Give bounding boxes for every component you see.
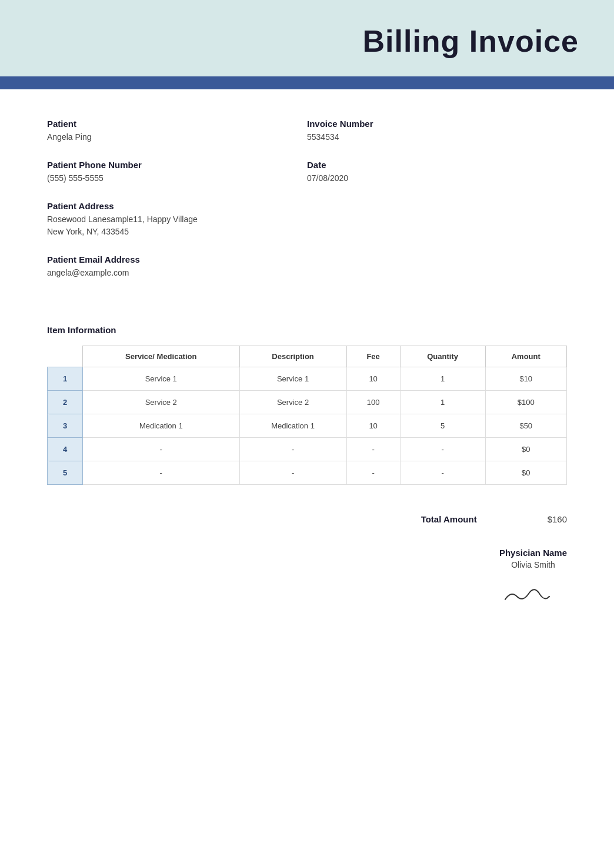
row-amount: $10 bbox=[485, 367, 566, 391]
row-service: Medication 1 bbox=[83, 414, 240, 438]
row-description: Service 2 bbox=[239, 391, 346, 414]
patient-address-line2: New York, NY, 433545 bbox=[47, 226, 307, 238]
col-num bbox=[48, 346, 83, 367]
row-service: Service 1 bbox=[83, 367, 240, 391]
total-label: Total Amount bbox=[421, 514, 477, 524]
patient-label: Patient bbox=[47, 119, 307, 129]
items-table: Service/ Medication Description Fee Quan… bbox=[47, 346, 567, 485]
table-header-row: Service/ Medication Description Fee Quan… bbox=[48, 346, 567, 367]
info-section: Patient Angela Ping Patient Phone Number… bbox=[0, 89, 614, 313]
row-description: - bbox=[239, 461, 346, 485]
table-row: 3 Medication 1 Medication 1 10 5 $50 bbox=[48, 414, 567, 438]
table-row: 1 Service 1 Service 1 10 1 $10 bbox=[48, 367, 567, 391]
row-fee: - bbox=[346, 461, 400, 485]
patient-address-block: Patient Address Rosewood Lanesample11, H… bbox=[47, 201, 307, 238]
invoice-number: 5534534 bbox=[307, 131, 567, 143]
col-fee: Fee bbox=[346, 346, 400, 367]
row-service: - bbox=[83, 461, 240, 485]
patient-block: Patient Angela Ping bbox=[47, 119, 307, 143]
row-num: 2 bbox=[48, 391, 83, 414]
info-right: Invoice Number 5534534 Date 07/08/2020 bbox=[307, 119, 567, 296]
page-title: Billing Invoice bbox=[35, 24, 579, 59]
row-service: - bbox=[83, 438, 240, 461]
invoice-date: 07/08/2020 bbox=[307, 172, 567, 185]
row-service: Service 2 bbox=[83, 391, 240, 414]
table-row: 5 - - - - $0 bbox=[48, 461, 567, 485]
invoice-date-label: Date bbox=[307, 160, 567, 170]
invoice-number-label: Invoice Number bbox=[307, 119, 567, 129]
signature-icon bbox=[499, 579, 558, 608]
physician-block: Physician Name Olivia Smith bbox=[499, 548, 567, 608]
table-row: 4 - - - - $0 bbox=[48, 438, 567, 461]
col-quantity: Quantity bbox=[400, 346, 485, 367]
patient-phone-label: Patient Phone Number bbox=[47, 160, 307, 170]
total-value: $160 bbox=[548, 514, 567, 524]
row-amount: $100 bbox=[485, 391, 566, 414]
row-fee: 10 bbox=[346, 367, 400, 391]
row-fee: 100 bbox=[346, 391, 400, 414]
row-amount: $50 bbox=[485, 414, 566, 438]
items-title: Item Information bbox=[47, 325, 567, 335]
row-quantity: 1 bbox=[400, 391, 485, 414]
physician-name: Olivia Smith bbox=[499, 560, 567, 569]
patient-email: angela@example.com bbox=[47, 267, 307, 279]
table-body: 1 Service 1 Service 1 10 1 $10 2 Service… bbox=[48, 367, 567, 485]
header-top: Billing Invoice bbox=[0, 0, 614, 76]
row-quantity: - bbox=[400, 461, 485, 485]
row-description: Service 1 bbox=[239, 367, 346, 391]
patient-email-block: Patient Email Address angela@example.com bbox=[47, 254, 307, 279]
physician-section: Physician Name Olivia Smith bbox=[0, 542, 614, 626]
header-bar bbox=[0, 76, 614, 89]
table-header: Service/ Medication Description Fee Quan… bbox=[48, 346, 567, 367]
row-description: - bbox=[239, 438, 346, 461]
patient-phone: (555) 555-5555 bbox=[47, 172, 307, 185]
col-amount: Amount bbox=[485, 346, 566, 367]
row-num: 3 bbox=[48, 414, 83, 438]
row-num: 5 bbox=[48, 461, 83, 485]
row-amount: $0 bbox=[485, 461, 566, 485]
col-description: Description bbox=[239, 346, 346, 367]
patient-address-line1: Rosewood Lanesample11, Happy Village bbox=[47, 213, 307, 226]
row-quantity: 1 bbox=[400, 367, 485, 391]
patient-phone-block: Patient Phone Number (555) 555-5555 bbox=[47, 160, 307, 185]
row-amount: $0 bbox=[485, 438, 566, 461]
invoice-date-block: Date 07/08/2020 bbox=[307, 160, 567, 185]
row-num: 4 bbox=[48, 438, 83, 461]
patient-name: Angela Ping bbox=[47, 131, 307, 143]
patient-address-label: Patient Address bbox=[47, 201, 307, 211]
row-fee: - bbox=[346, 438, 400, 461]
table-row: 2 Service 2 Service 2 100 1 $100 bbox=[48, 391, 567, 414]
info-left: Patient Angela Ping Patient Phone Number… bbox=[47, 119, 307, 296]
patient-email-label: Patient Email Address bbox=[47, 254, 307, 264]
total-section: Total Amount $160 bbox=[0, 502, 614, 542]
row-quantity: 5 bbox=[400, 414, 485, 438]
row-description: Medication 1 bbox=[239, 414, 346, 438]
page: Billing Invoice Patient Angela Ping Pati… bbox=[0, 0, 614, 868]
col-service: Service/ Medication bbox=[83, 346, 240, 367]
invoice-number-block: Invoice Number 5534534 bbox=[307, 119, 567, 143]
items-section: Item Information Service/ Medication Des… bbox=[0, 313, 614, 502]
row-num: 1 bbox=[48, 367, 83, 391]
row-quantity: - bbox=[400, 438, 485, 461]
physician-label: Physician Name bbox=[499, 548, 567, 558]
row-fee: 10 bbox=[346, 414, 400, 438]
